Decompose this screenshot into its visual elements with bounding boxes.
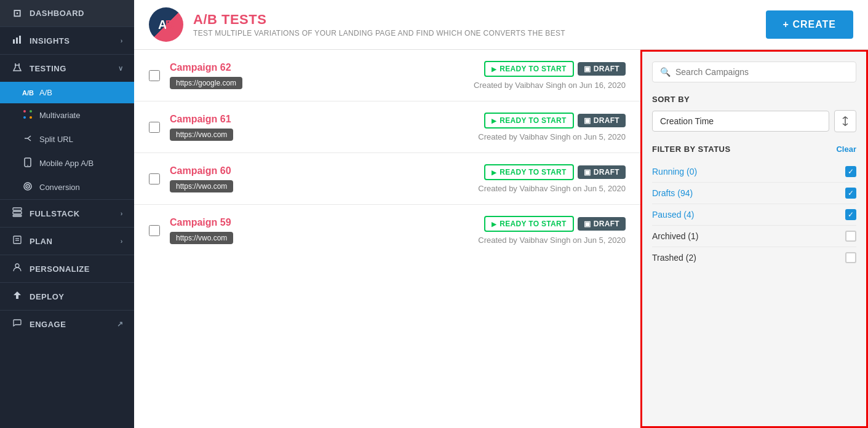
svg-rect-13: [13, 208, 22, 210]
sidebar-item-deploy[interactable]: DEPLOY: [0, 283, 134, 310]
chevron-right-icon: ›: [121, 237, 123, 245]
deploy-icon: [11, 290, 23, 303]
svg-rect-20: [16, 295, 18, 299]
ab-icon: A/B: [22, 89, 33, 97]
svg-point-4: [23, 110, 26, 113]
campaign-badges: ▶ READY TO START ▣ DRAFT: [484, 61, 626, 77]
svg-point-9: [27, 165, 28, 166]
campaign-url: https://google.com: [170, 77, 242, 89]
campaign-checkbox[interactable]: [149, 70, 160, 81]
sidebar-item-ab[interactable]: A/B A/B: [0, 82, 134, 103]
multivariate-icon: [22, 109, 33, 121]
filter-checkbox[interactable]: ✓: [845, 166, 856, 177]
draft-icon: ▣: [584, 220, 591, 228]
sort-direction-button[interactable]: [834, 110, 856, 132]
sidebar-item-testing[interactable]: TESTING ∨: [0, 55, 134, 82]
sidebar-item-multivariate[interactable]: Multivariate: [0, 103, 134, 127]
table-row: Campaign 60 https://vwo.com ▶ READY TO S…: [134, 153, 640, 205]
svg-rect-16: [14, 236, 21, 244]
status-badge-draft: ▣ DRAFT: [578, 165, 626, 179]
sidebar-item-split-url[interactable]: Split URL: [0, 127, 134, 151]
svg-point-12: [27, 186, 28, 187]
campaign-badges: ▶ READY TO START ▣ DRAFT: [484, 113, 626, 129]
testing-icon: [11, 62, 23, 74]
sidebar-item-plan[interactable]: PLAN ›: [0, 228, 134, 255]
sidebar-item-label: DASHBOARD: [30, 9, 84, 18]
ready-label: READY TO START: [500, 116, 566, 125]
draft-label: DRAFT: [594, 116, 619, 125]
draft-icon: ▣: [584, 65, 591, 73]
sidebar-item-personalize[interactable]: PERSONALIZE: [0, 255, 134, 282]
sidebar-item-fullstack[interactable]: FULLSTACK ›: [0, 200, 134, 227]
status-badge-ready: ▶ READY TO START: [484, 61, 574, 77]
chevron-right-icon: ›: [121, 210, 123, 217]
filter-item-label: Drafts (94): [652, 188, 693, 198]
ready-label: READY TO START: [500, 168, 566, 176]
header-left: AB A/B TESTS TEST MULTIPLE VARIATIONS OF…: [149, 7, 565, 42]
page-title: A/B TESTS: [193, 12, 565, 28]
ready-label: READY TO START: [500, 65, 566, 73]
campaign-name[interactable]: Campaign 60: [170, 165, 468, 176]
filter-checkbox[interactable]: ✓: [845, 209, 856, 220]
sidebar-item-label: PERSONALIZE: [30, 264, 90, 274]
campaign-name[interactable]: Campaign 59: [170, 217, 468, 228]
campaign-badges: ▶ READY TO START ▣ DRAFT: [484, 164, 626, 180]
filter-item: Running (0) ✓: [652, 161, 856, 183]
campaign-name[interactable]: Campaign 61: [170, 114, 468, 125]
sidebar-item-dashboard[interactable]: ⊡ DASHBOARD: [0, 0, 134, 26]
play-icon: ▶: [492, 66, 496, 73]
campaign-created: Created by Vaibhav Singh on Jun 5, 2020: [478, 184, 626, 193]
page-subtitle: TEST MULTIPLE VARIATIONS OF YOUR LANDING…: [193, 29, 565, 38]
search-box[interactable]: 🔍: [652, 61, 856, 82]
draft-icon: ▣: [584, 168, 591, 176]
filter-checkbox[interactable]: ✓: [845, 188, 856, 199]
filter-header: FILTER BY STATUS Clear: [652, 145, 856, 154]
draft-label: DRAFT: [594, 220, 619, 228]
campaign-url: https://vwo.com: [170, 232, 233, 244]
campaign-checkbox[interactable]: [149, 225, 160, 236]
filter-checkbox[interactable]: [845, 252, 856, 263]
draft-icon: ▣: [584, 116, 591, 125]
sidebar-item-conversion[interactable]: Conversion: [0, 175, 134, 199]
campaign-name[interactable]: Campaign 62: [170, 62, 464, 73]
campaign-created: Created by Vaibhav Singh on Jun 5, 2020: [478, 132, 626, 141]
header-text: A/B TESTS TEST MULTIPLE VARIATIONS OF YO…: [193, 12, 565, 38]
sort-section: SORT BY Creation TimeNameLast Modified: [652, 95, 856, 132]
campaign-meta: ▶ READY TO START ▣ DRAFT Created by Vaib…: [478, 216, 626, 245]
svg-point-6: [23, 116, 26, 119]
status-badge-ready: ▶ READY TO START: [484, 216, 574, 232]
campaign-checkbox[interactable]: [149, 173, 160, 184]
sidebar-item-mobile-app-ab[interactable]: Mobile App A/B: [0, 151, 134, 175]
campaign-created: Created by Vaibhav Singh on Jun 5, 2020: [478, 236, 626, 245]
body-content: Campaign 62 https://google.com ▶ READY T…: [134, 50, 868, 428]
engage-icon: [11, 318, 23, 330]
svg-rect-15: [13, 215, 22, 216]
fullstack-icon: [11, 207, 23, 220]
sidebar-item-label: INSIGHTS: [30, 36, 70, 46]
sort-label: SORT BY: [652, 95, 856, 104]
chevron-right-icon: ›: [121, 37, 123, 44]
search-input[interactable]: [675, 67, 848, 77]
sidebar-sub-item-label: Mobile App A/B: [39, 159, 94, 168]
sidebar-sub-item-label: A/B: [39, 88, 52, 97]
sidebar-item-engage[interactable]: ENGAGE ↗: [0, 311, 134, 338]
page-header: AB A/B TESTS TEST MULTIPLE VARIATIONS OF…: [134, 0, 868, 50]
sort-row: Creation TimeNameLast Modified: [652, 110, 856, 132]
sidebar-sub-item-label: Conversion: [39, 183, 80, 192]
dashboard-icon: ⊡: [11, 7, 23, 19]
table-row: Campaign 59 https://vwo.com ▶ READY TO S…: [134, 205, 640, 256]
svg-rect-2: [19, 36, 21, 44]
campaign-badges: ▶ READY TO START ▣ DRAFT: [484, 216, 626, 232]
status-badge-draft: ▣ DRAFT: [578, 217, 626, 231]
create-button[interactable]: + CREATE: [766, 10, 853, 39]
sidebar-item-insights[interactable]: INSIGHTS ›: [0, 27, 134, 54]
mobile-app-icon: [22, 157, 33, 169]
sort-select[interactable]: Creation TimeNameLast Modified: [652, 111, 829, 132]
filter-checkbox[interactable]: [845, 231, 856, 242]
status-badge-ready: ▶ READY TO START: [484, 164, 574, 180]
play-icon: ▶: [492, 169, 496, 176]
clear-filter-button[interactable]: Clear: [836, 145, 856, 154]
sidebar: ⊡ DASHBOARD INSIGHTS › TESTING ∨ A/B A/B…: [0, 0, 134, 428]
campaign-checkbox[interactable]: [149, 122, 160, 133]
filter-item-label: Running (0): [652, 167, 697, 176]
